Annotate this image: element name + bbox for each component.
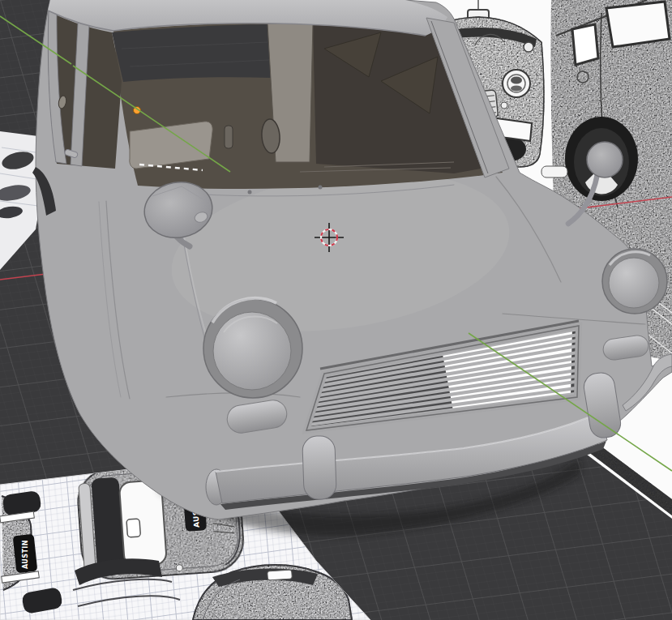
headlight-lens: [609, 258, 659, 308]
topview-mirror-dot: [176, 564, 183, 571]
viewport[interactable]: AUSTIN AUSTIN: [0, 0, 672, 620]
sketch-sidelight: [501, 102, 507, 109]
mirror-head: [587, 142, 623, 177]
sketch-side-window: [606, 2, 670, 47]
viewport-canvas[interactable]: AUSTIN AUSTIN: [0, 0, 672, 620]
sketch-headlight-detail: [511, 77, 522, 84]
frontview-austin-text: AUSTIN: [22, 540, 29, 569]
headlight-right: [602, 249, 667, 314]
see-through-band: [112, 24, 272, 82]
topview-roof-handle: [126, 519, 140, 537]
headlight-left: [203, 298, 302, 398]
bottom-sketch-window: [268, 570, 293, 580]
wiper-pivot: [319, 186, 323, 190]
sketch-mirror: [524, 42, 533, 52]
overrider-left: [302, 435, 337, 499]
sketch-headlight-detail: [511, 86, 522, 92]
sketch-rear-window: [572, 24, 598, 65]
wiper-pivot: [248, 190, 252, 195]
sketch-rear-bumper: [541, 166, 567, 177]
headlight-lens: [213, 312, 291, 390]
door-slot: [225, 126, 233, 148]
